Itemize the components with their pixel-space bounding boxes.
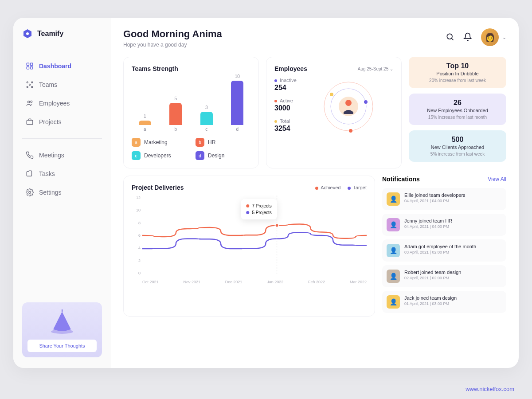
dashboard-icon: [26, 62, 34, 70]
search-button[interactable]: [446, 32, 454, 43]
card-title: Project Deliveries: [132, 184, 184, 191]
svg-rect-13: [27, 120, 33, 125]
bar-d: 10d: [231, 74, 243, 132]
stat-active: Active3000: [274, 98, 297, 112]
svg-point-1: [26, 32, 29, 35]
sidebar-item-dashboard[interactable]: Dashboard: [22, 57, 102, 75]
notification-item[interactable]: 👤Jack joined team design01 April, 2021 |…: [382, 291, 506, 313]
svg-point-7: [27, 82, 28, 83]
bar-a: 1a: [139, 114, 151, 132]
sidebar-item-projects[interactable]: Projects: [22, 113, 102, 131]
page-title: Good Morning Anima: [123, 28, 222, 40]
chart-tooltip: 7 Projects 5 Projects: [241, 199, 277, 219]
notification-item[interactable]: 👤Ellie joined team developers04 April, 2…: [382, 188, 506, 210]
notification-avatar: 👤: [387, 295, 400, 309]
legend-item-b: bHR: [196, 138, 250, 147]
sidebar-item-teams[interactable]: Teams: [22, 75, 102, 94]
view-all-link[interactable]: View All: [488, 176, 506, 182]
notification-item[interactable]: 👤Robert joined team design02 April, 2021…: [382, 265, 506, 287]
promo-illustration: [27, 309, 97, 336]
tasks-icon: [26, 170, 34, 178]
sidebar-item-employees[interactable]: Employees: [22, 94, 102, 113]
user-avatar: 👩: [481, 28, 499, 46]
meetings-icon: [26, 151, 34, 159]
svg-point-27: [275, 224, 279, 227]
legend-item-d: dDesign: [196, 151, 250, 160]
notification-avatar: 👤: [387, 192, 400, 206]
notification-avatar: 👤: [387, 270, 400, 283]
notification-date: 03 April, 2021 | 02:00 PM: [404, 250, 476, 254]
svg-point-14: [29, 192, 31, 194]
employees-orbit-chart: [304, 78, 393, 135]
card-title: Employees: [274, 65, 307, 72]
stat-total: Total3254: [274, 118, 297, 133]
chevron-down-icon: ⌄: [502, 35, 506, 40]
teams-strength-card: Teams Strength 1a5b3c10d aMarketingbHRcD…: [123, 57, 259, 168]
svg-point-17: [447, 34, 452, 39]
project-deliveries-card: Project Deliveries Achieved Target 12108…: [123, 176, 375, 317]
svg-point-10: [31, 86, 33, 88]
svg-point-23: [330, 93, 333, 96]
kpi-card-2[interactable]: 500New Clients Approached5% increase fro…: [409, 130, 506, 162]
bar-c: 3c: [200, 105, 213, 132]
legend-target: Target: [348, 185, 367, 190]
sidebar-item-settings[interactable]: Settings: [22, 183, 102, 202]
search-icon: [446, 32, 454, 41]
svg-rect-2: [27, 63, 29, 65]
sidebar-item-label: Dashboard: [39, 63, 71, 70]
svg-point-25: [349, 129, 352, 133]
notification-avatar: 👤: [387, 244, 400, 257]
notifications-button[interactable]: [463, 32, 472, 43]
notification-avatar: 👤: [387, 218, 400, 231]
svg-point-11: [28, 101, 30, 103]
svg-rect-3: [31, 63, 33, 65]
svg-rect-5: [31, 67, 33, 69]
card-title: Teams Strength: [132, 65, 250, 72]
svg-point-22: [345, 100, 352, 106]
svg-point-12: [31, 101, 32, 102]
projects-icon: [26, 118, 34, 126]
notification-date: 04 April, 2021 | 04:00 PM: [404, 199, 466, 203]
teams-icon: [26, 81, 34, 89]
employees-card: Employees Aug 25-Sept 25 ⌄ Inactive254Ac…: [266, 57, 402, 168]
brand-logo[interactable]: Teamify: [22, 28, 102, 39]
employees-icon: [26, 99, 34, 107]
bar-b: 5b: [169, 96, 182, 132]
legend-achieved: Achieved: [315, 185, 340, 190]
notifications-panel: Notifications View All 👤Ellie joined tea…: [382, 176, 506, 317]
svg-rect-4: [27, 67, 29, 69]
legend-item-c: cDevelopers: [132, 151, 187, 160]
legend-item-a: aMarketing: [132, 138, 187, 147]
svg-point-9: [27, 86, 28, 88]
kpi-card-0[interactable]: Top 10Position In Dribbble20% increase f…: [409, 57, 506, 88]
sidebar-item-tasks[interactable]: Tasks: [22, 164, 102, 183]
user-menu[interactable]: 👩 ⌄: [481, 28, 506, 46]
sidebar-item-label: Teams: [39, 81, 57, 88]
notification-item[interactable]: 👤Adam got employee of the month03 April,…: [382, 239, 506, 262]
share-thoughts-button[interactable]: Share Your Thoughts: [27, 340, 97, 352]
sidebar-item-label: Employees: [39, 100, 70, 107]
kpi-card-1[interactable]: 26New Employees Onboarded15% increase fr…: [409, 94, 506, 125]
notification-text: Jack joined team design: [404, 295, 457, 301]
promo-card: Share Your Thoughts: [22, 302, 102, 357]
deliveries-line-chart: 121086420 7 Projects 5 Projects Oct 2021…: [132, 196, 367, 284]
sidebar-item-meetings[interactable]: Meetings: [22, 146, 102, 164]
page-subtitle: Hope you have a good day: [123, 42, 222, 48]
logo-icon: [22, 28, 33, 39]
notification-date: 04 April, 2021 | 04:00 PM: [404, 224, 452, 229]
credit-link[interactable]: www.nickelfox.com: [466, 386, 514, 392]
date-range-selector[interactable]: Aug 25-Sept 25 ⌄: [358, 66, 393, 71]
sidebar-item-label: Meetings: [39, 152, 64, 159]
notification-text: Adam got employee of the month: [404, 244, 476, 249]
sidebar: Teamify DashboardTeamsEmployeesProjects …: [13, 18, 111, 368]
notification-item[interactable]: 👤Jenny joined team HR04 April, 2021 | 04…: [382, 214, 506, 236]
notification-date: 01 April, 2021 | 03:00 PM: [404, 301, 457, 306]
settings-icon: [26, 188, 34, 196]
svg-point-8: [31, 82, 33, 83]
sidebar-item-label: Tasks: [39, 170, 55, 177]
notification-text: Ellie joined team developers: [404, 192, 466, 198]
main-content: Good Morning Anima Hope you have a good …: [111, 18, 519, 368]
notification-date: 02 April, 2021 | 02:00 PM: [404, 276, 461, 280]
bell-icon: [463, 32, 472, 41]
notifications-title: Notifications: [382, 176, 420, 183]
